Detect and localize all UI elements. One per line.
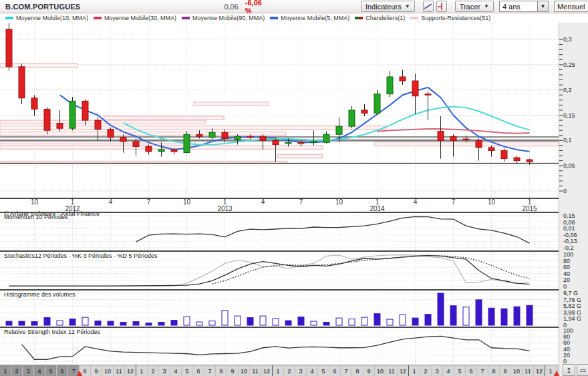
timeline-month-cell[interactable]: 3	[295, 365, 307, 376]
timeline-month-cell[interactable]: 2	[284, 365, 295, 376]
x-axis-label: 12015	[517, 199, 543, 212]
timeline-month-cell[interactable]: 10	[511, 365, 523, 376]
x-axis-label: 10	[478, 199, 505, 206]
legend-swatch	[182, 17, 190, 19]
timeline-month-cell[interactable]: 5	[454, 365, 466, 376]
timeline-month-cell[interactable]: 4	[307, 365, 318, 376]
timeline-month-cell[interactable]: 5	[318, 365, 329, 376]
timeline-range-marker[interactable]	[76, 371, 83, 376]
momentum-panel[interactable]: Momentum 10 Périodes	[0, 213, 559, 250]
timeline-month-cell[interactable]: 7	[204, 365, 216, 376]
timeline-month-cell[interactable]: 7	[477, 365, 488, 376]
timeline-range-marker[interactable]	[553, 371, 560, 376]
x-axis-label: 10	[326, 199, 353, 206]
timeline-month-cell[interactable]: 2	[148, 365, 159, 376]
timeline-month-cell[interactable]: 12	[125, 365, 136, 376]
timeline-month-cell[interactable]: 5	[182, 365, 193, 376]
timeline-month-cell[interactable]: 1	[273, 365, 284, 376]
timeline-month-cell[interactable]: 1	[136, 365, 148, 376]
timeline-month-cell[interactable]: 9	[500, 365, 511, 376]
timeline-month-cell[interactable]: 2	[11, 365, 23, 376]
timeline-month-cell[interactable]: 12	[534, 365, 545, 376]
timeline-month-cell[interactable]: 8	[488, 365, 500, 376]
main-chart-panel[interactable]: © Ariane Software - Axial Finance	[0, 23, 559, 198]
y-axis-label: 3,88 G	[563, 309, 581, 316]
timeline-month-cell[interactable]: 11	[386, 365, 398, 376]
timeline-month-cell[interactable]: 6	[466, 365, 477, 376]
panel-title-rsi: Relative Strength Index 12 Périodes	[4, 329, 100, 335]
range-select[interactable]: 4 ans ▼	[499, 1, 549, 12]
timeline-month-cell[interactable]: 1	[0, 365, 11, 376]
main-chart-canvas[interactable]	[0, 23, 559, 198]
timeline-scrollbar[interactable]: 1234567891011121234567891011121234567891…	[0, 365, 559, 376]
period-select[interactable]: Mensuel ▼	[554, 1, 588, 12]
x-axis-label: 4	[98, 199, 124, 206]
timeline-month-cell[interactable]: 10	[375, 365, 386, 376]
x-axis-label: 7	[136, 199, 162, 206]
y-axis-ticks	[559, 23, 565, 198]
stochastics-panel[interactable]: Stochastics12 Périodes - %K 3 Périodes -…	[0, 252, 559, 289]
timeline-month-cell[interactable]: 6	[329, 365, 341, 376]
timeline-month-cell[interactable]: 7	[341, 365, 352, 376]
timeline-month-cell[interactable]: 12	[398, 365, 409, 376]
timeline-month-cell[interactable]: 9	[227, 365, 239, 376]
legend-item-0[interactable]: Moyenne Mobile(10, MMA)	[5, 15, 88, 21]
timeline-month-cell[interactable]: 4	[443, 365, 454, 376]
timeline-month-cell[interactable]: 3	[432, 365, 443, 376]
rsi-panel[interactable]: Relative Strength Index 12 Périodes	[0, 328, 559, 364]
x-axis-label: 12014	[364, 199, 391, 212]
timeline-month-cell[interactable]: 10	[102, 365, 114, 376]
volume-canvas[interactable]	[0, 291, 559, 327]
panel-separator	[0, 212, 559, 213]
chevron-down-icon: ▼	[484, 3, 489, 9]
timeline-month-cell[interactable]: 8	[216, 365, 227, 376]
timeline-month-cell[interactable]: 5	[45, 365, 57, 376]
price-change: -6,06 %	[245, 0, 262, 15]
legend-item-5[interactable]: Supports-Resistances(51)	[410, 15, 490, 21]
timeline-month-cell[interactable]: 9	[91, 365, 102, 376]
timeline-month-cell[interactable]: 4	[34, 365, 45, 376]
x-axis-label: 10	[21, 199, 48, 206]
x-axis-label: 12013	[212, 199, 239, 212]
x-axis-label: 4	[250, 199, 277, 206]
legend-item-1[interactable]: Moyenne Mobile(30, MMA)	[94, 15, 176, 21]
candlestick-mode-button[interactable]	[436, 1, 447, 12]
y-axis-label: -0,06	[563, 232, 577, 238]
y-axis-label: 60	[563, 264, 570, 270]
line-chart-mode-button[interactable]	[423, 1, 434, 12]
timeline-month-cell[interactable]: 1	[409, 365, 420, 376]
timeline-month-cell[interactable]: 11	[250, 365, 261, 376]
timeline-month-cell[interactable]: 11	[523, 365, 534, 376]
legend-label: Moyenne Mobile(90, MMA)	[192, 15, 265, 21]
legend-item-2[interactable]: Moyenne Mobile(90, MMA)	[182, 15, 265, 21]
tracer-button[interactable]: Tracer ▼	[455, 1, 494, 12]
timeline-month-cell[interactable]: 3	[23, 365, 34, 376]
legend-item-4[interactable]: Chandeliers(1)	[355, 15, 405, 21]
timeline-expand-button[interactable]: ↥	[563, 364, 575, 376]
timeline-collapse-button[interactable]: ▭	[577, 364, 588, 376]
timeline-month-cell[interactable]: 4	[170, 365, 182, 376]
momentum-canvas[interactable]	[0, 213, 559, 250]
timeline-month-cell[interactable]: 11	[114, 365, 125, 376]
x-axis-line	[0, 198, 559, 199]
y-axis-label: -0,13	[563, 238, 577, 244]
x-axis-label: 7	[288, 199, 315, 206]
legend-item-3[interactable]: Moyenne Mobile(5, MMA)	[270, 15, 349, 21]
indicators-button-label: Indicateurs	[365, 3, 402, 11]
panel-separator	[0, 327, 559, 328]
timeline-month-cell[interactable]: 2	[420, 365, 432, 376]
legend-label: Supports-Resistances(51)	[421, 15, 490, 21]
timeline-month-cell[interactable]: 3	[159, 365, 170, 376]
chevron-down-icon[interactable]: ▼	[537, 1, 548, 11]
timeline-month-cell[interactable]: 12	[261, 365, 273, 376]
panel-separator	[0, 250, 559, 252]
y-axis-label: 0,08	[563, 219, 575, 226]
timeline-month-cell[interactable]: 6	[57, 365, 68, 376]
indicators-button[interactable]: Indicateurs ▼	[361, 1, 415, 12]
y-axis-label: 0,15	[563, 212, 575, 219]
timeline-month-cell[interactable]: 6	[193, 365, 204, 376]
timeline-month-cell[interactable]: 8	[352, 365, 363, 376]
timeline-month-cell[interactable]: 9	[363, 365, 375, 376]
volume-panel[interactable]: Histogramme des volumes	[0, 291, 559, 327]
timeline-month-cell[interactable]: 10	[239, 365, 250, 376]
